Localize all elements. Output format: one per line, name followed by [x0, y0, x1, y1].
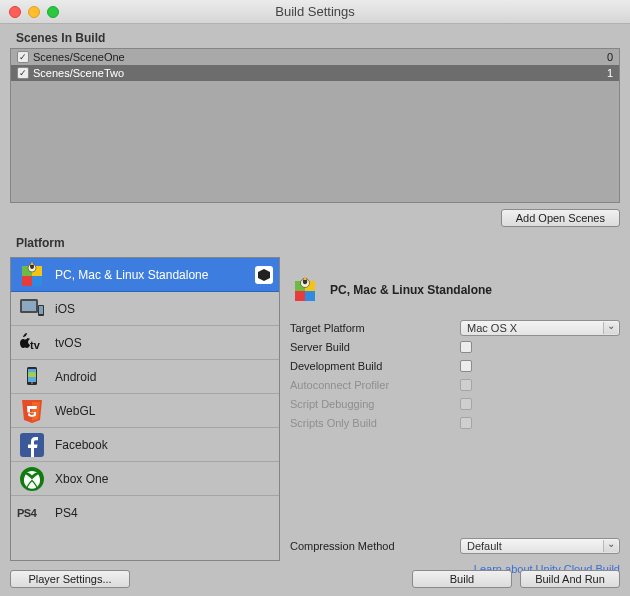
settings-title: PC, Mac & Linux Standalone [330, 283, 492, 297]
svg-text:tv: tv [30, 339, 41, 351]
build-and-run-button[interactable]: Build And Run [520, 570, 620, 588]
scene-row[interactable]: ✓ Scenes/SceneTwo 1 [11, 65, 619, 81]
platform-item-webgl[interactable]: WebGL [11, 394, 279, 428]
svg-rect-9 [22, 301, 36, 311]
compression-method-select[interactable]: Default [460, 538, 620, 554]
tvos-icon: tv [17, 329, 47, 357]
scripts-only-build-checkbox [460, 417, 472, 429]
development-build-label: Development Build [290, 360, 460, 372]
close-icon[interactable] [9, 6, 21, 18]
svg-text:PS4: PS4 [17, 507, 38, 519]
svg-marker-6 [30, 262, 34, 265]
autoconnect-profiler-checkbox [460, 379, 472, 391]
window-controls [9, 6, 59, 18]
platform-item-ps4[interactable]: PS4 PS4 [11, 496, 279, 530]
facebook-icon [17, 431, 47, 459]
titlebar: Build Settings [0, 0, 630, 24]
checkbox-icon[interactable]: ✓ [17, 51, 29, 63]
svg-rect-22 [305, 291, 315, 301]
build-settings-panel: PC, Mac & Linux Standalone Target Platfo… [290, 257, 620, 575]
script-debugging-label: Script Debugging [290, 398, 460, 410]
svg-rect-21 [295, 291, 305, 301]
svg-marker-27 [303, 276, 307, 280]
scenes-label: Scenes In Build [10, 28, 620, 48]
svg-point-15 [31, 382, 33, 384]
svg-rect-0 [22, 276, 32, 286]
platform-item-xboxone[interactable]: Xbox One [11, 462, 279, 496]
target-platform-select[interactable]: Mac OS X [460, 320, 620, 336]
svg-rect-11 [39, 306, 43, 314]
platform-label: Platform [10, 233, 620, 253]
platform-item-label: Android [55, 370, 273, 384]
zoom-icon[interactable] [47, 6, 59, 18]
server-build-checkbox[interactable] [460, 341, 472, 353]
build-button[interactable]: Build [412, 570, 512, 588]
standalone-icon [17, 261, 47, 289]
platform-item-label: PS4 [55, 506, 273, 520]
platform-item-label: PC, Mac & Linux Standalone [55, 268, 247, 282]
platform-item-label: WebGL [55, 404, 273, 418]
standalone-icon [290, 275, 320, 305]
scenes-list[interactable]: ✓ Scenes/SceneOne 0 ✓ Scenes/SceneTwo 1 [10, 48, 620, 203]
svg-rect-1 [32, 276, 42, 286]
platform-item-android[interactable]: Android [11, 360, 279, 394]
scene-index: 1 [607, 67, 613, 79]
unity-icon [255, 266, 273, 284]
platform-item-label: Xbox One [55, 472, 273, 486]
window-title: Build Settings [0, 4, 630, 19]
server-build-label: Server Build [290, 341, 460, 353]
xbox-icon [17, 465, 47, 493]
development-build-checkbox[interactable] [460, 360, 472, 372]
svg-marker-7 [258, 269, 270, 281]
platform-item-standalone[interactable]: PC, Mac & Linux Standalone [11, 258, 279, 292]
platform-item-label: Facebook [55, 438, 273, 452]
minimize-icon[interactable] [28, 6, 40, 18]
platform-list: PC, Mac & Linux Standalone iOS tv tvOS [10, 257, 280, 561]
scripts-only-build-label: Scripts Only Build [290, 417, 460, 429]
scene-row[interactable]: ✓ Scenes/SceneOne 0 [11, 49, 619, 65]
player-settings-button[interactable]: Player Settings... [10, 570, 130, 588]
scene-path: Scenes/SceneTwo [33, 67, 607, 79]
platform-item-label: tvOS [55, 336, 273, 350]
ios-icon [17, 295, 47, 323]
script-debugging-checkbox [460, 398, 472, 410]
platform-item-ios[interactable]: iOS [11, 292, 279, 326]
platform-item-label: iOS [55, 302, 273, 316]
footer-row: Player Settings... Build Build And Run [10, 570, 620, 588]
checkbox-icon[interactable]: ✓ [17, 67, 29, 79]
android-icon [17, 363, 47, 391]
scene-index: 0 [607, 51, 613, 63]
webgl-icon [17, 397, 47, 425]
add-open-scenes-button[interactable]: Add Open Scenes [501, 209, 620, 227]
platform-item-facebook[interactable]: Facebook [11, 428, 279, 462]
target-platform-label: Target Platform [290, 322, 460, 334]
compression-method-label: Compression Method [290, 540, 460, 552]
platform-item-tvos[interactable]: tv tvOS [11, 326, 279, 360]
autoconnect-profiler-label: Autoconnect Profiler [290, 379, 460, 391]
ps4-icon: PS4 [17, 499, 47, 527]
scene-path: Scenes/SceneOne [33, 51, 607, 63]
